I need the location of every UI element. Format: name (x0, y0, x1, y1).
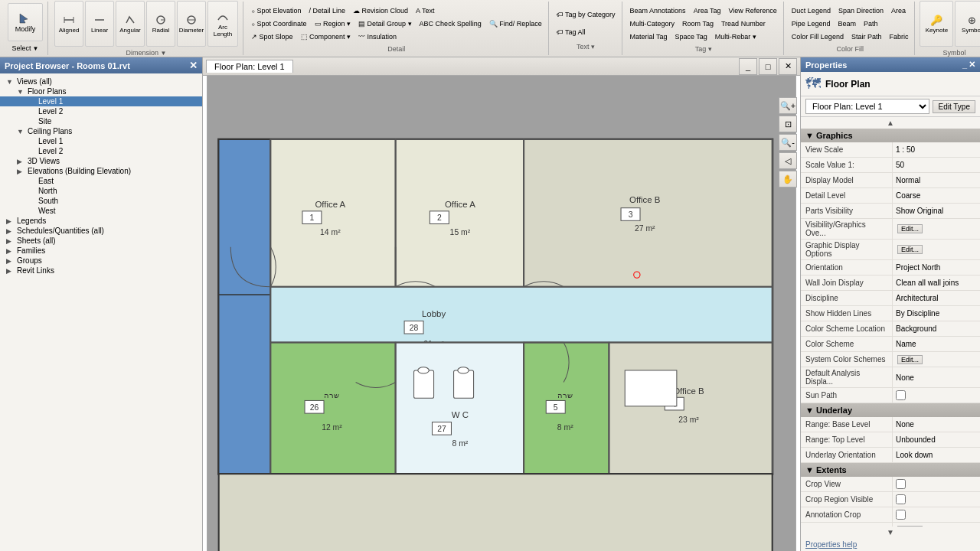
props-checkbox[interactable] (896, 494, 906, 504)
tree-item[interactable]: ▶Families (0, 246, 202, 256)
tree-item[interactable]: Level 2 (0, 146, 202, 156)
zoom-in-button[interactable]: 🔍+ (779, 97, 797, 114)
aligned-button[interactable]: Aligned (54, 1, 83, 47)
region-button[interactable]: ▭ Region ▾ (312, 18, 354, 30)
color-fill-legend-button[interactable]: Color Fill Legend (789, 31, 847, 43)
type-dropdown[interactable]: Floor Plan: Level 1 (805, 99, 929, 114)
props-edit-button[interactable]: Edit... (897, 245, 923, 254)
component-button[interactable]: ⬚ Component ▾ (298, 31, 354, 43)
svg-text:שרה: שרה (324, 391, 339, 399)
multi-rebar-button[interactable]: Multi-Rebar ▾ (712, 31, 760, 43)
properties-help-link[interactable]: Properties help (801, 538, 980, 551)
insulation-button[interactable]: 〰 Insulation (355, 31, 400, 43)
props-minimize-button[interactable]: _ (962, 60, 967, 70)
props-edit-button[interactable]: Edit... (897, 355, 923, 364)
tree-item[interactable]: ▶3D Views (0, 156, 202, 166)
keynote-button[interactable]: 🔑 Keynote (920, 1, 953, 47)
modify-button[interactable]: Modify (8, 3, 43, 41)
spot-slope-button[interactable]: ↗ Spot Slope (248, 31, 296, 43)
symbol-label: Symbol (942, 49, 965, 57)
view-reference-button[interactable]: View Reference (725, 5, 779, 17)
material-tag-button[interactable]: Material Tag (627, 31, 671, 43)
zoom-fit-button[interactable]: ⊡ (779, 116, 797, 132)
symbol-button[interactable]: ⊕ Symbol (955, 1, 980, 47)
select-dropdown[interactable]: Select ▼ (9, 43, 42, 54)
main-area: Project Browser - Rooms 01.rvt ✕ ▼Views … (0, 57, 980, 551)
edit-type-button[interactable]: Edit Type (933, 100, 975, 113)
tree-item[interactable]: East (0, 176, 202, 186)
props-row: Visibility/Graphics Ove...Edit... (801, 219, 980, 240)
color-fill-label: Color Fill (836, 45, 864, 53)
tree-item[interactable]: ▶Schedules/Quantities (all) (0, 226, 202, 236)
tag-all-button[interactable]: 🏷 Tag All (554, 24, 619, 41)
tree-item[interactable]: ▼Ceiling Plans (0, 126, 202, 136)
svg-rect-57 (625, 370, 677, 406)
tree-item[interactable]: ▶Legends (0, 216, 202, 226)
props-type-name: Floor Plan (825, 79, 871, 90)
pan-button[interactable]: ✋ (779, 171, 797, 187)
floor-plan-tab[interactable]: Floor Plan: Level 1 (206, 60, 293, 73)
multi-category-button[interactable]: Multi-Category (627, 18, 678, 30)
props-scroll-down[interactable]: ▼ (801, 527, 980, 538)
tree-item[interactable]: ▶Sheets (all) (0, 236, 202, 246)
props-section-underlay[interactable]: ▼ Underlay (801, 403, 980, 417)
fabric-button[interactable]: Fabric (886, 31, 911, 43)
tree-item[interactable]: ▶Elevations (Building Elevation) (0, 166, 202, 176)
beam-button[interactable]: Beam (835, 18, 859, 30)
tree-item[interactable]: Site (0, 116, 202, 126)
toolbar-group-annotation: ⬦ Spot Elevation / Detail Line ☁ Revisio… (245, 2, 549, 55)
angular-button[interactable]: Angular (116, 1, 145, 47)
project-browser-close[interactable]: ✕ (189, 60, 198, 71)
tree-item[interactable]: Level 1 (0, 136, 202, 146)
tree-item[interactable]: Level 1 (0, 96, 202, 106)
check-spelling-button[interactable]: ABC Check Spelling (416, 18, 485, 30)
find-replace-button[interactable]: 🔍 Find/ Replace (486, 18, 545, 30)
revision-cloud-button[interactable]: ☁ Revision Cloud (350, 5, 411, 17)
tree-item[interactable]: ▼Views (all) (0, 77, 202, 86)
space-tag-button[interactable]: Space Tag (671, 31, 710, 43)
props-section-graphics[interactable]: ▼ Graphics (801, 129, 980, 142)
tread-number-button[interactable]: Tread Number (718, 18, 769, 30)
tree-item[interactable]: Level 2 (0, 106, 202, 116)
spot-coordinate-button[interactable]: ⬦ Spot Coordinate (248, 18, 310, 30)
linear-button[interactable]: Linear (85, 1, 114, 47)
props-section-extents[interactable]: ▼ Extents (801, 463, 980, 477)
props-checkbox[interactable] (896, 479, 906, 489)
detail-line-button[interactable]: / Detail Line (306, 5, 349, 17)
diameter-button[interactable]: Diameter (177, 1, 206, 47)
radial-button[interactable]: Radial (146, 1, 175, 47)
props-close-button[interactable]: ✕ (969, 60, 975, 70)
duct-legend-button[interactable]: Duct Legend (789, 5, 834, 17)
zoom-previous-button[interactable]: ◁ (779, 152, 797, 169)
zoom-out-button[interactable]: 🔍- (779, 134, 797, 151)
svg-rect-23 (524, 139, 773, 286)
text-button[interactable]: A Text (413, 5, 437, 17)
tag-by-category-button[interactable]: 🏷 Tag by Category (554, 6, 619, 23)
props-row: Annotation Crop (801, 507, 980, 523)
tree-item[interactable]: South (0, 196, 202, 206)
pipe-legend-button[interactable]: Pipe Legend (789, 18, 834, 30)
area-button[interactable]: Area (888, 5, 909, 17)
close-canvas-button[interactable]: ✕ (779, 58, 797, 75)
props-checkbox[interactable] (896, 390, 906, 400)
tree-item[interactable]: ▶Groups (0, 256, 202, 266)
restore-canvas-button[interactable]: □ (759, 58, 777, 75)
arc-length-button[interactable]: Arc Length (207, 1, 238, 47)
area-tag-button[interactable]: Area Tag (691, 5, 724, 17)
stair-path-button[interactable]: Stair Path (848, 31, 885, 43)
tree-item[interactable]: ▶Revit Links (0, 266, 202, 276)
room-tag-button[interactable]: Room Tag (679, 18, 717, 30)
props-checkbox[interactable] (896, 510, 906, 520)
props-edit-button[interactable]: Edit... (897, 224, 923, 233)
tree-item[interactable]: ▼Floor Plans (0, 86, 202, 96)
beam-annotations-button[interactable]: Beam Annotations (627, 5, 689, 17)
svg-text:5: 5 (554, 403, 558, 412)
detail-group-button[interactable]: ▤ Detail Group ▾ (355, 18, 415, 30)
tree-item[interactable]: West (0, 206, 202, 216)
tree-item[interactable]: North (0, 186, 202, 196)
span-direction-button[interactable]: Span Direction (835, 5, 887, 17)
spot-elevation-button[interactable]: ⬦ Spot Elevation (248, 5, 305, 17)
path-button[interactable]: Path (861, 18, 881, 30)
props-scroll-up[interactable]: ▲ (801, 117, 980, 129)
minimize-canvas-button[interactable]: _ (739, 58, 757, 75)
